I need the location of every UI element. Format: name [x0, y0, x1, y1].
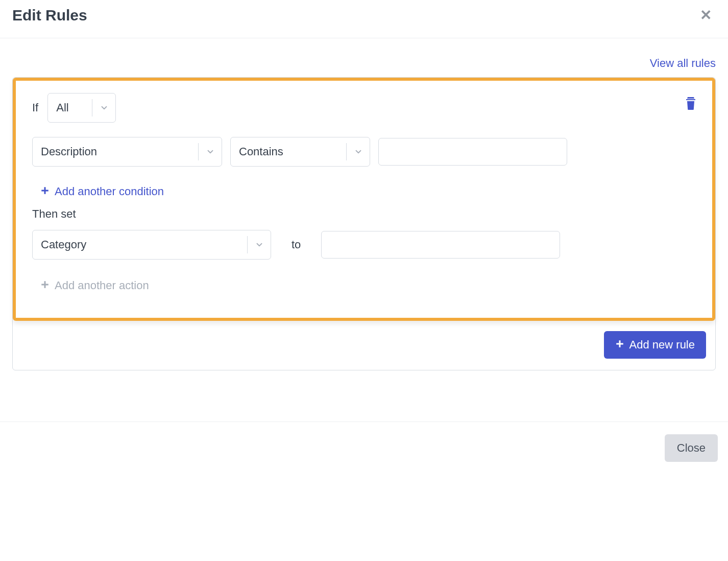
condition-field-select[interactable]: Description	[32, 137, 222, 167]
rules-footer: Add new rule	[13, 321, 715, 370]
match-mode-select[interactable]: All	[47, 93, 116, 123]
if-row: If All	[32, 93, 696, 123]
condition-row: Description Contains	[32, 137, 696, 167]
condition-operator-value: Contains	[231, 145, 346, 158]
action-field-value: Category	[33, 238, 247, 251]
add-condition-button[interactable]: Add another condition	[40, 185, 164, 198]
match-mode-value: All	[48, 101, 92, 114]
modal-header: Edit Rules ✕	[0, 0, 728, 38]
modal-title: Edit Rules	[12, 7, 87, 24]
condition-value-input[interactable]	[378, 138, 567, 166]
top-link-row: View all rules	[12, 57, 716, 77]
edit-rules-modal: Edit Rules ✕ View all rules If Al	[0, 0, 728, 474]
action-value-input[interactable]	[321, 231, 560, 259]
chevron-down-icon	[198, 143, 222, 160]
add-new-rule-button[interactable]: Add new rule	[604, 331, 706, 359]
add-action-button[interactable]: Add another action	[40, 279, 149, 292]
close-button[interactable]: Close	[665, 434, 718, 462]
plus-icon	[40, 185, 50, 198]
action-field-select[interactable]: Category	[32, 230, 271, 260]
view-all-rules-link[interactable]: View all rules	[650, 57, 716, 69]
if-label: If	[32, 101, 38, 114]
close-icon[interactable]: ✕	[696, 6, 716, 25]
add-new-rule-label: Add new rule	[629, 338, 695, 352]
delete-rule-button[interactable]	[685, 96, 697, 112]
chevron-down-icon	[92, 99, 115, 116]
plus-icon	[615, 338, 624, 352]
add-action-label: Add another action	[55, 279, 149, 292]
rule-card: If All Description	[13, 78, 715, 321]
rules-container: If All Description	[12, 77, 716, 370]
action-row: Category to	[32, 230, 696, 260]
chevron-down-icon	[247, 236, 271, 253]
modal-body: View all rules If All	[0, 38, 728, 370]
plus-icon	[40, 279, 50, 292]
add-condition-label: Add another condition	[55, 185, 164, 198]
modal-footer: Close	[0, 422, 728, 474]
chevron-down-icon	[346, 143, 370, 160]
then-set-label: Then set	[32, 207, 696, 221]
condition-operator-select[interactable]: Contains	[230, 137, 370, 167]
trash-icon	[685, 103, 697, 112]
to-label: to	[292, 238, 301, 251]
condition-field-value: Description	[33, 145, 198, 158]
